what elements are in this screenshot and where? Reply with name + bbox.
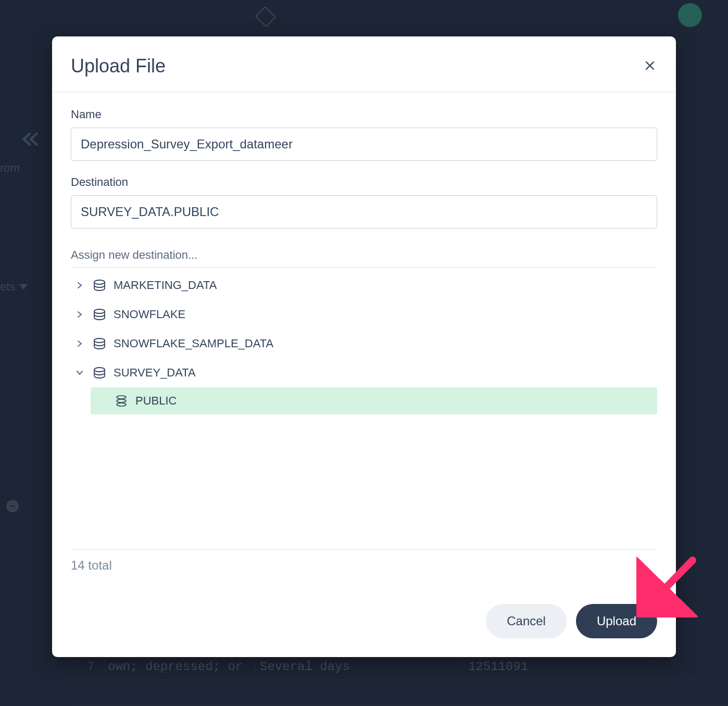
chevron-right-icon bbox=[74, 280, 85, 291]
modal-header: Upload File bbox=[52, 36, 676, 92]
chevron-down-icon bbox=[74, 367, 85, 379]
destination-input[interactable] bbox=[71, 195, 657, 229]
tree-node-snowflake-sample-data[interactable]: SNOWFLAKE_SAMPLE_DATA bbox=[71, 329, 657, 358]
database-icon bbox=[93, 337, 106, 350]
svg-point-2 bbox=[94, 338, 105, 343]
name-label: Name bbox=[71, 108, 657, 121]
svg-point-0 bbox=[94, 280, 105, 284]
database-icon bbox=[93, 308, 106, 321]
tree-node-label: SURVEY_DATA bbox=[114, 366, 196, 380]
tree-node-survey-data[interactable]: SURVEY_DATA bbox=[71, 358, 657, 387]
tree-node-label: PUBLIC bbox=[135, 394, 177, 408]
svg-point-6 bbox=[117, 403, 126, 406]
svg-point-3 bbox=[94, 368, 105, 372]
tree-node-snowflake[interactable]: SNOWFLAKE bbox=[71, 300, 657, 329]
svg-point-1 bbox=[94, 309, 105, 313]
modal-footer: Cancel Upload bbox=[52, 594, 676, 657]
tree-node-marketing-data[interactable]: MARKETING_DATA bbox=[71, 271, 657, 300]
tree-node-label: MARKETING_DATA bbox=[114, 279, 217, 292]
database-icon bbox=[93, 366, 106, 380]
destination-label: Destination bbox=[71, 175, 657, 189]
upload-button[interactable]: Upload bbox=[576, 604, 657, 638]
modal-body: Name Destination Assign new destination.… bbox=[52, 92, 676, 594]
chevron-right-icon bbox=[74, 309, 85, 320]
close-button[interactable] bbox=[643, 56, 657, 77]
chevron-right-icon bbox=[74, 338, 85, 349]
upload-file-modal: Upload File Name Destination Assign new … bbox=[52, 36, 676, 657]
cancel-button[interactable]: Cancel bbox=[486, 604, 567, 638]
name-input[interactable] bbox=[71, 128, 657, 161]
database-icon bbox=[93, 279, 106, 292]
svg-point-4 bbox=[117, 396, 126, 399]
assign-destination-label: Assign new destination... bbox=[71, 248, 657, 268]
svg-point-5 bbox=[117, 399, 126, 402]
destination-tree: MARKETING_DATA SNOWFLAKE SNOWFLAKE_SAM bbox=[71, 268, 657, 414]
tree-node-label: SNOWFLAKE bbox=[114, 308, 185, 321]
tree-node-public[interactable]: PUBLIC bbox=[91, 387, 657, 414]
totals-count: 14 total bbox=[71, 549, 657, 588]
tree-node-label: SNOWFLAKE_SAMPLE_DATA bbox=[114, 337, 273, 350]
modal-title: Upload File bbox=[71, 55, 166, 77]
schema-icon bbox=[115, 394, 128, 408]
